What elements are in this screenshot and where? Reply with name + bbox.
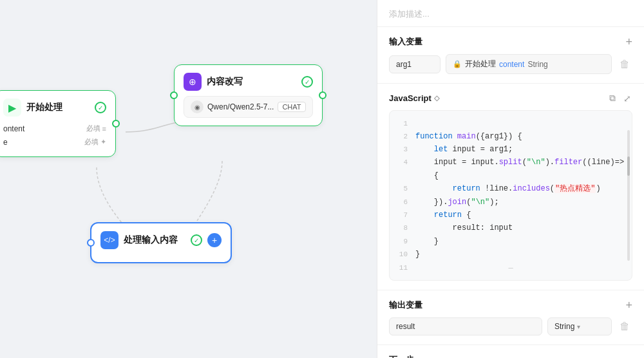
chat-tag: CHAT [278,102,305,112]
start-field-1-name: ontent [3,124,24,133]
var-delete-button[interactable]: 🗑 [617,57,632,71]
process-input-port[interactable] [87,239,95,247]
output-vars-header: 输出变量 + [389,299,632,311]
rewrite-input-port[interactable] [170,91,178,99]
code-line-1: 1 [397,117,624,130]
code-actions: ⧉ ⤢ [608,91,632,105]
var-source-display[interactable]: 🔒 开始处理 content String [446,54,612,74]
canvas-area: ▶ 开始处理 ✓ ontent 必填 ≡ e 必填 ✦ ⊕ 内容改写 ✓ ◉ Q… [0,0,377,358]
code-line-2: 2 function main({arg1}) { [397,130,624,143]
start-node-title: 开始处理 [26,102,90,113]
output-type-select[interactable]: String ▾ [547,317,612,335]
code-title-text: JavaScript [389,93,431,103]
output-vars-section: 输出变量 + result String ▾ 🗑 [377,290,644,345]
var-source-node: 开始处理 [465,59,496,70]
next-step-title: 下一步 [389,354,414,358]
input-vars-header: 输入变量 + [389,36,632,48]
var-source-type: String [527,60,547,69]
next-step-header: 下一步 [389,354,632,358]
code-copy-button[interactable]: ⧉ [608,91,617,105]
output-type-label: String [554,322,574,331]
code-header: JavaScript ◇ ⧉ ⤢ [389,84,632,110]
start-node[interactable]: ▶ 开始处理 ✓ ontent 必填 ≡ e 必填 ✦ [0,90,116,157]
model-icon: ◉ [191,100,204,113]
code-line-8: 8 result: input [397,221,624,234]
rewrite-node-check: ✓ [301,76,313,88]
code-editor[interactable]: 1 2 function main({arg1}) { 3 let input … [389,110,632,281]
editor-scrollthumb [627,156,630,176]
start-node-check: ✓ [95,102,106,113]
rewrite-node[interactable]: ⊕ 内容改写 ✓ ◉ Qwen/Qwen2.5-7... CHAT [174,64,323,126]
code-section: JavaScript ◇ ⧉ ⤢ 1 2 function main({arg1… [377,84,644,290]
input-vars-title: 输入变量 [389,36,422,48]
start-field-2-name: e [3,138,8,147]
output-var-delete-button[interactable]: 🗑 [617,319,632,334]
description-section: 添加描述... [377,0,644,27]
code-line-10: 10 } [397,248,624,261]
output-var-name[interactable]: result [389,317,542,335]
start-field-2: e 必填 ✦ [3,135,106,149]
code-line-5: 5 return !line.includes("热点精选") [397,182,624,195]
start-output-port[interactable] [112,120,120,127]
start-field-1: ontent 必填 ≡ [3,122,106,135]
start-field-1-required: 必填 ≡ [86,124,106,133]
model-name: Qwen/Qwen2.5-7... [207,102,274,111]
editor-scroll-bottom: — [390,262,632,275]
code-line-6: 6 }).join("\n"); [397,196,624,209]
output-vars-add-button[interactable]: + [625,299,632,311]
input-vars-add-button[interactable]: + [625,36,632,48]
code-title: JavaScript ◇ [389,93,439,103]
code-expand-button[interactable]: ⤢ [622,92,632,105]
output-type-chevron: ▾ [577,323,580,330]
start-node-icon: ▶ [3,99,21,117]
editor-scrollbar[interactable] [627,130,630,261]
var-row-1: 🔒 开始处理 content String 🗑 [389,54,632,74]
code-line-9: 9 } [397,235,624,248]
lock-icon: 🔒 [453,60,462,68]
process-node-icon: </> [100,231,118,249]
process-node[interactable]: </> 处理输入内容 ✓ + [90,222,232,263]
model-badge[interactable]: ◉ Qwen/Qwen2.5-7... CHAT [184,96,313,118]
next-step-section: 下一步 [377,345,644,358]
code-line-7: 7 return { [397,209,624,221]
description-placeholder[interactable]: 添加描述... [389,9,430,19]
start-field-2-required: 必填 ✦ [84,137,106,147]
process-node-title: 处理输入内容 [124,234,185,246]
canvas-connectors [0,0,377,358]
code-line-3: 3 let input = arg1; [397,143,624,156]
code-line-4b: { [397,169,624,182]
process-add-button[interactable]: + [207,233,222,247]
right-panel: 添加描述... 输入变量 + 🔒 开始处理 content String 🗑 J… [377,0,644,358]
rewrite-output-port[interactable] [319,91,327,99]
rewrite-node-title: 内容改写 [207,76,296,88]
var-source-field: content [499,60,524,69]
code-line-4: 4 input = input.split("\n").filter((line… [397,156,624,169]
var-name-input[interactable] [389,55,440,73]
code-expand-arrow[interactable]: ◇ [434,94,439,102]
output-vars-title: 输出变量 [389,299,422,311]
input-vars-section: 输入变量 + 🔒 开始处理 content String 🗑 [377,27,644,84]
process-node-check: ✓ [191,234,202,246]
rewrite-node-icon: ⊕ [184,73,202,91]
output-var-row: result String ▾ 🗑 [389,317,632,335]
